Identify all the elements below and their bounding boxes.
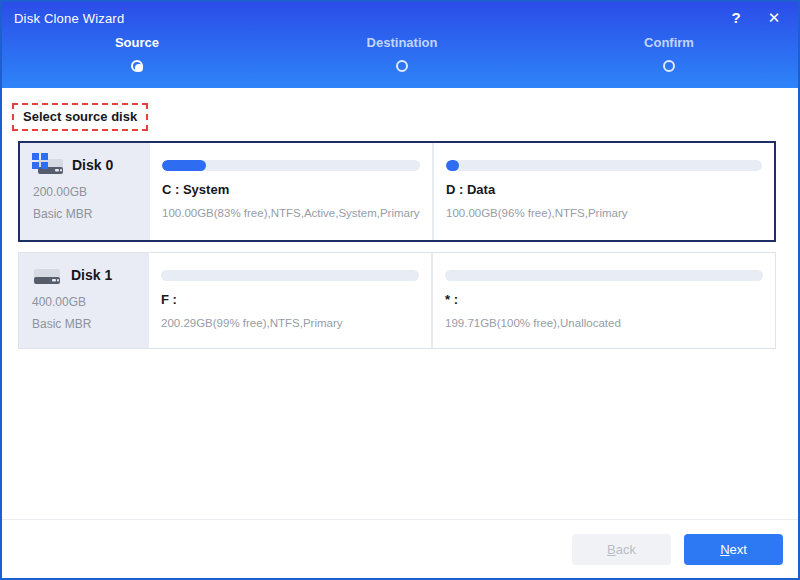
step-destination-radio-icon [396,60,408,72]
back-button[interactable]: Back [572,534,671,565]
disk0-name: Disk 0 [72,157,113,173]
partition-d-usage-fill [446,160,459,171]
step-source-label: Source [72,35,202,50]
partition-c: C : System 100.00GB(83% free),NTFS,Activ… [150,143,432,240]
step-confirm-radio-icon [663,60,675,72]
partition-unallocated-details: 199.71GB(100% free),Unallocated [445,317,763,329]
disk1-type: Basic MBR [32,317,145,331]
partition-d: D : Data 100.00GB(96% free),NTFS,Primary [432,143,774,240]
step-destination-label: Destination [337,35,467,50]
step-confirm: Confirm [604,35,734,72]
help-icon[interactable]: ? [726,9,746,27]
disk1-name: Disk 1 [71,267,112,283]
data-disk-icon [30,262,64,288]
partition-unallocated-usage-bar [445,270,763,281]
next-button-accesskey: N [720,542,729,557]
partition-d-label: D : Data [446,182,762,197]
partition-f-details: 200.29GB(99% free),NTFS,Primary [161,317,419,329]
partition-c-label: C : System [162,182,420,197]
titlebar: Disk Clone Wizard ? ✕ [2,2,798,27]
disk1-capacity: 400.00GB [32,295,145,309]
partition-f: F : 200.29GB(99% free),NTFS,Primary [149,253,431,348]
disk0-title: Disk 0 [31,152,146,178]
next-button-label: ext [730,542,747,557]
step-source-radio-icon [131,60,143,72]
disk1-info: Disk 1 400.00GB Basic MBR [19,253,149,348]
disk-row-disk0[interactable]: Disk 0 200.00GB Basic MBR C : System 100… [18,141,776,242]
disk0-type: Basic MBR [33,207,146,221]
partition-d-usage-bar [446,160,762,171]
step-connector-dotted-line [154,103,390,105]
disk-row-disk1[interactable]: Disk 1 400.00GB Basic MBR F : 200.29GB(9… [18,252,776,349]
disk0-partitions: C : System 100.00GB(83% free),NTFS,Activ… [150,143,774,240]
partition-c-usage-fill [162,160,206,171]
window-title: Disk Clone Wizard [14,11,124,26]
step-connector-dotted-line [418,103,656,105]
disk1-partitions: F : 200.29GB(99% free),NTFS,Primary * : … [149,253,775,348]
partition-d-details: 100.00GB(96% free),NTFS,Primary [446,207,762,219]
wizard-footer: Back Next [2,519,798,578]
disk0-info: Disk 0 200.00GB Basic MBR [20,143,150,240]
partition-unallocated-label: * : [445,292,763,307]
step-confirm-label: Confirm [604,35,734,50]
wizard-steps: Source Destination Confirm [2,35,798,87]
partition-f-usage-bar [161,270,419,281]
back-button-accesskey: B [607,542,616,557]
partition-c-details: 100.00GB(83% free),NTFS,Active,System,Pr… [162,207,420,219]
disk1-title: Disk 1 [30,262,145,288]
system-disk-icon [31,152,65,178]
wizard-header: Disk Clone Wizard ? ✕ Source Destination… [2,2,798,88]
partition-c-usage-bar [162,160,420,171]
step-destination: Destination [337,35,467,72]
disk0-capacity: 200.00GB [33,185,146,199]
select-source-disk-label: Select source disk [12,103,148,131]
partition-f-label: F : [161,292,419,307]
next-button[interactable]: Next [684,534,783,565]
step-source: Source [72,35,202,72]
partition-unallocated: * : 199.71GB(100% free),Unallocated [431,253,775,348]
back-button-label: ack [616,542,636,557]
disk-clone-wizard-window: Disk Clone Wizard ? ✕ Source Destination… [0,0,800,580]
close-icon[interactable]: ✕ [764,9,784,27]
